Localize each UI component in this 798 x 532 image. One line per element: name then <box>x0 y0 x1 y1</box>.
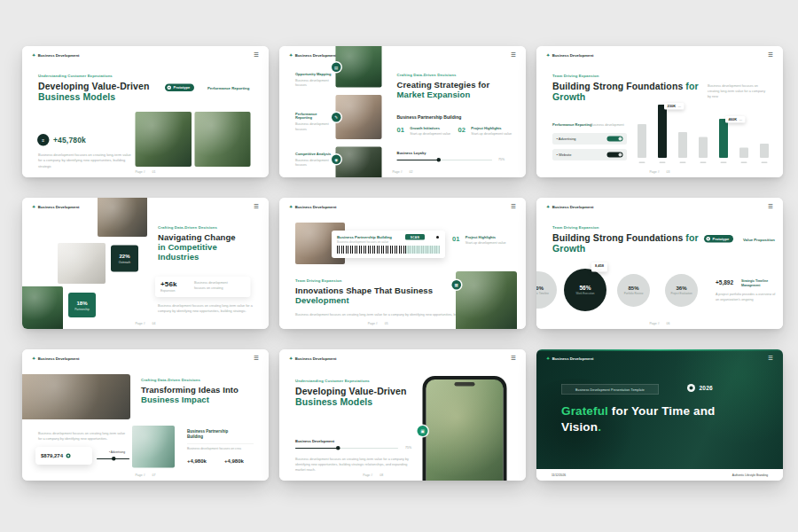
stat-label: Strategic Timeline Management <box>741 278 772 287</box>
menu-icon[interactable]: ☰ <box>254 356 259 362</box>
chart-bar <box>719 119 728 158</box>
revenue-card: $879,274 <box>35 447 92 465</box>
chart-bar <box>658 105 667 158</box>
chart-bar <box>638 124 646 158</box>
menu-icon[interactable]: ☰ <box>768 52 773 59</box>
menu-icon[interactable]: ☰ <box>511 356 516 362</box>
body-text: Business development focuses on creating… <box>38 431 127 442</box>
menu-icon[interactable]: ☰ <box>768 356 773 362</box>
slide-title: Transforming Ideas IntoBusiness Impact <box>141 385 256 404</box>
badge-icon <box>707 237 711 241</box>
logo-icon: ✦ <box>289 356 293 360</box>
performance-reporting-label: Performance Reporting <box>207 86 249 90</box>
bar-chart <box>638 99 778 158</box>
stat-value: +45,780k <box>53 137 86 145</box>
toggle-row-advertising[interactable]: Advertising <box>552 133 627 145</box>
card-subtitle: Business development focuses on value <box>337 240 388 244</box>
photo-green-wall <box>336 46 382 88</box>
photo-discussion <box>22 374 130 419</box>
stat-side-text: Business developmentfocuses on creating <box>194 280 228 291</box>
chart-callout: 230K— <box>664 103 685 110</box>
toggle-switch[interactable] <box>607 137 623 142</box>
slide-eyebrow: Team Driving Expansion <box>295 278 342 283</box>
slide-thumbnail-5: ✦Business Development ☰ Business Partner… <box>279 198 526 329</box>
body-text: A project portfolio provides a overview … <box>716 292 776 302</box>
slide-title: Navigating Changein Competitive Industri… <box>158 232 240 262</box>
photo-architecture <box>132 426 175 468</box>
progress-bar <box>97 458 129 459</box>
slide-thumbnail-2: ✦Business Development ☰ ▤ ✎ ◉ Opportunit… <box>279 46 526 177</box>
page-footer: Page #03 <box>650 170 670 174</box>
photo-team-plants <box>22 286 63 329</box>
photo-meeting <box>98 198 147 237</box>
stat-value: +4,980k <box>224 458 244 464</box>
slider-handle[interactable] <box>437 158 442 162</box>
analysis-icon: ◉ <box>332 155 341 165</box>
stat-label: Expansion <box>160 289 175 293</box>
thank-you-title: Grateful for Your Time and Vision. <box>561 403 739 434</box>
menu-icon[interactable]: ☰ <box>254 52 259 59</box>
step-item: 01Project HighlightsStart-up development… <box>452 235 506 245</box>
slide-eyebrow: Crafting Data-Driven Decisions <box>158 225 217 230</box>
brand-name: Business Development <box>552 52 594 57</box>
slide-eyebrow: Team Driving Expansion <box>552 74 599 78</box>
menu-icon[interactable]: ☰ <box>768 204 773 210</box>
slider-label: Business Loyalty <box>397 151 426 155</box>
barcode-highlight <box>406 246 440 254</box>
stat-icon: ≡ <box>37 134 50 146</box>
slide-thumbnail-8: ✦Business Development ☰ Understanding Cu… <box>279 349 526 481</box>
slide-eyebrow: Understanding Customer Expectations <box>38 74 113 78</box>
slide-title: Building Strong Foundationsfor Growth <box>552 232 706 254</box>
percent-circle: 20%Strategic Timeline <box>536 271 557 309</box>
mapping-icon: ▤ <box>332 63 341 73</box>
page-label: Page # <box>136 322 145 325</box>
page-label: Page # <box>136 170 145 174</box>
menu-icon[interactable]: ☰ <box>511 204 516 210</box>
menu-icon[interactable]: ☰ <box>254 204 259 210</box>
photo-workspace <box>336 95 382 139</box>
brand-name: Business Development <box>38 204 80 208</box>
page-footer: Page #02 <box>393 170 413 174</box>
brand-name: Business Development <box>38 356 80 360</box>
progress-handle[interactable] <box>112 457 116 461</box>
toggle-switch[interactable] <box>607 153 623 158</box>
page-number: 05 <box>385 322 388 325</box>
menu-icon[interactable]: ☰ <box>511 52 516 59</box>
media-icon: ▦ <box>452 280 462 290</box>
slider[interactable] <box>295 448 398 449</box>
slider-handle[interactable] <box>336 446 340 450</box>
page-label: Page # <box>393 170 403 174</box>
card-title: Business Partnership Building <box>337 235 392 239</box>
page-number: 01 <box>153 170 156 174</box>
scan-button[interactable]: SCAN <box>405 234 425 240</box>
progress-label: • Advertising <box>109 450 125 454</box>
slider-value: 75% <box>498 158 505 161</box>
page-label: Page # <box>650 322 660 325</box>
slide-footer: 11/12/2026Authentic Lifestyle Branding <box>536 469 783 481</box>
page-footer: Page #08 <box>363 473 383 477</box>
currency-icon <box>66 454 71 458</box>
page-number: 06 <box>667 322 670 325</box>
percent-circle-highlight: 56%Work Execution <box>564 269 606 311</box>
chart-tooltip: 8,458—— <box>591 262 607 272</box>
panel-heading: Performance Reporting <box>552 122 591 127</box>
logo-icon: ✦ <box>289 52 293 57</box>
brand-logo: ✦Business Development <box>546 204 593 208</box>
footer-credit: Authentic Lifestyle Branding <box>732 473 768 477</box>
slide-thumbnail-3: ✦Business Development ☰ Team Driving Exp… <box>536 46 783 177</box>
body-text: Business development focuses on creating… <box>158 303 254 314</box>
slide-title: Developing Value-DrivenBusiness Models <box>295 386 433 408</box>
reporting-icon: ✎ <box>332 113 341 122</box>
chart-callout: 460K— <box>725 116 746 123</box>
slider[interactable] <box>397 160 493 160</box>
toggle-row-website[interactable]: Website <box>552 149 627 160</box>
slide-title: Innovations Shape That BusinessDevelopme… <box>295 286 446 305</box>
logo-icon: ✦ <box>546 52 550 57</box>
year-group: 2026 <box>687 384 713 392</box>
brand-name: Business Development <box>552 356 594 360</box>
slider-value: 75% <box>405 446 411 450</box>
brand-name: Business Development <box>295 52 337 57</box>
divider <box>187 443 254 444</box>
slide-subtitle: Business Partnership Building <box>397 114 462 120</box>
ticket-card: Business Partnership Building Business d… <box>332 231 445 258</box>
